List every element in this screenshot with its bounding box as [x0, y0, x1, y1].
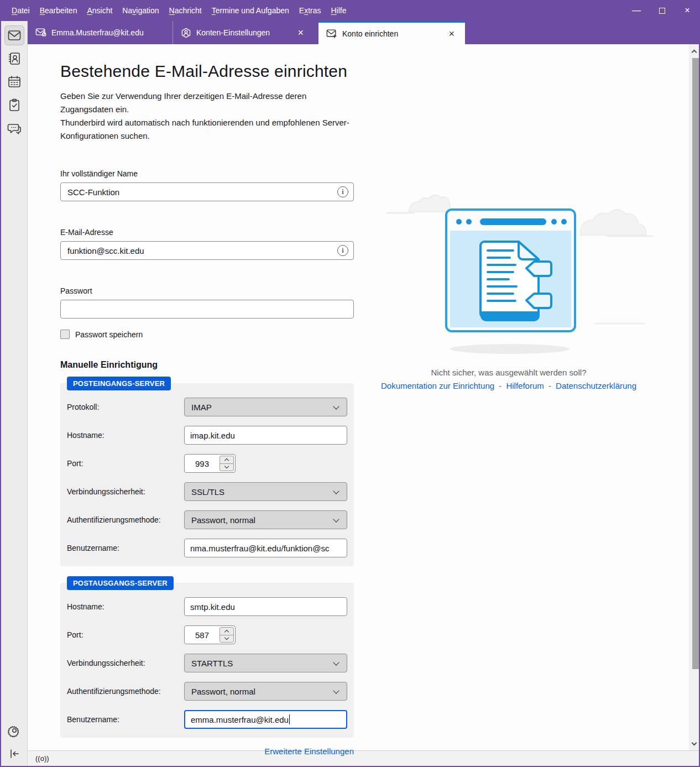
help-links: Dokumentation zur Einrichtung - Hilfefor… [337, 381, 680, 390]
sidebar-item-mail[interactable] [4, 25, 24, 45]
chat-icon [7, 121, 22, 135]
mail-plus-icon [326, 29, 337, 39]
sidebar-item-calendar[interactable] [4, 72, 24, 92]
tasks-icon [7, 98, 22, 112]
port-stepper[interactable] [220, 627, 234, 643]
tab-mail-account[interactable]: Emma.Musterfrau@kit.edu [28, 21, 173, 44]
sidebar-item-chat[interactable] [4, 118, 24, 138]
menu-ansicht[interactable]: Ansicht [82, 4, 117, 17]
incoming-security-select[interactable]: SSL/TLS [184, 482, 347, 501]
tab-label: Konto einrichten [342, 29, 398, 38]
username-label: Benutzername: [67, 544, 184, 552]
minimize-button[interactable]: — [624, 0, 649, 21]
password-input[interactable] [60, 300, 354, 319]
menu-hilfe[interactable]: Hilfe [326, 4, 351, 17]
collapse-sidebar-icon [8, 747, 21, 760]
mail-icon [7, 28, 22, 43]
sidebar-item-addressbook[interactable] [4, 49, 24, 69]
network-status-icon: ((o)) [35, 754, 49, 763]
menu-nachricht[interactable]: Nachricht [164, 4, 207, 17]
fullname-label: Ihr vollständiger Name [60, 169, 354, 178]
fullname-input[interactable]: SCC-Funktion [60, 182, 354, 201]
scrollbar-thumb[interactable] [692, 58, 699, 669]
tab-account-setup[interactable]: Konto einrichten × [318, 21, 465, 44]
scroll-up-button[interactable] [689, 44, 699, 58]
chevron-down-icon [333, 659, 339, 665]
email-label: E-Mail-Adresse [60, 228, 354, 237]
auth-label: Authentifizierungsmethode: [67, 687, 184, 696]
chevron-down-icon [333, 516, 339, 522]
window-controls: — × [624, 0, 700, 21]
email-input[interactable]: funktion@scc.kit.edu [60, 241, 354, 260]
manual-setup-heading: Manuelle Einrichtigung [60, 360, 354, 370]
chevron-down-icon [333, 488, 339, 494]
save-password-checkbox[interactable] [60, 330, 70, 339]
menu-bar: Datei Bearbeiten Ansicht Navigation Nach… [0, 0, 700, 21]
tab-close-icon[interactable]: × [446, 28, 457, 40]
port-label: Port: [67, 459, 184, 468]
port-stepper[interactable] [220, 456, 234, 471]
gear-icon [7, 723, 22, 738]
incoming-port-input[interactable]: 993 [184, 454, 236, 473]
incoming-server-badge: POSTEINGANGS-SERVER [67, 377, 171, 390]
hostname-label: Hostname: [67, 602, 184, 611]
menu-navigation[interactable]: Navigation [117, 4, 164, 17]
outgoing-security-select[interactable]: STARTTLS [184, 654, 347, 672]
maximize-button[interactable] [649, 0, 675, 21]
username-label: Benutzername: [67, 715, 184, 724]
incoming-hostname-input[interactable]: imap.kit.edu [184, 426, 347, 445]
document-window-illustration [343, 185, 675, 358]
vertical-scrollbar[interactable] [689, 44, 699, 750]
setup-illustration-area: Nicht sicher, was ausgewählt werden soll… [337, 185, 680, 390]
incoming-server-panel: POSTEINGANGS-SERVER Protokoll: IMAP Host… [60, 383, 354, 566]
incoming-auth-select[interactable]: Passwort, normal [184, 510, 347, 529]
tab-label: Konten-Einstellungen [196, 28, 270, 37]
tab-account-settings[interactable]: Konten-Einstellungen × [173, 21, 314, 44]
close-window-button[interactable]: × [675, 0, 700, 21]
protocol-label: Protokoll: [67, 403, 184, 411]
auth-label: Authentifizierungsmethode: [67, 515, 184, 524]
menu-extras[interactable]: Extras [294, 4, 326, 17]
hostname-label: Hostname: [67, 431, 184, 440]
calendar-icon [7, 75, 22, 89]
outgoing-auth-select[interactable]: Passwort, normal [184, 682, 347, 701]
sidebar-collapse-button[interactable] [4, 744, 24, 764]
tab-bar: Emma.Musterfrau@kit.edu Konten-Einstellu… [28, 21, 699, 44]
incoming-protocol-select[interactable]: IMAP [184, 398, 347, 416]
help-question: Nicht sicher, was ausgewählt werden soll… [337, 368, 680, 377]
account-settings-icon [181, 28, 191, 38]
page-subtitle: Geben Sie zur Verwendung Ihrer derzeitig… [60, 90, 354, 143]
scroll-down-button[interactable] [689, 737, 699, 750]
tab-label: Emma.Musterfrau@kit.edu [51, 28, 144, 37]
page-title: Bestehende E-Mail-Adresse einrichten [60, 62, 354, 81]
security-label: Verbindungssicherheit: [67, 659, 184, 667]
chevron-down-icon [691, 740, 697, 745]
mail-lock-icon [35, 28, 46, 38]
account-setup-page: Bestehende E-Mail-Adresse einrichten Geb… [28, 44, 689, 750]
text-caret [289, 714, 290, 724]
chevron-down-icon [333, 687, 339, 693]
maximize-icon [659, 8, 665, 14]
privacy-policy-link[interactable]: Datenschutzerklärung [556, 381, 636, 390]
chevron-up-icon [224, 630, 229, 634]
password-label: Passwort [60, 286, 354, 295]
sidebar-settings-button[interactable] [4, 721, 24, 740]
sidebar-item-tasks[interactable] [4, 95, 24, 115]
incoming-username-input[interactable]: nma.musterfrau@kit.edu/funktion@sc [184, 539, 347, 557]
menu-termine-und-aufgaben[interactable]: Termine und Aufgaben [207, 4, 294, 17]
menu-bearbeiten[interactable]: Bearbeiten [35, 4, 82, 17]
chevron-down-icon [333, 403, 339, 409]
outgoing-username-input[interactable]: emma.musterfrau@kit.edu [184, 710, 347, 729]
chevron-down-icon [224, 635, 229, 640]
outgoing-server-badge: POSTAUSGANGS-SERVER [67, 576, 174, 590]
thunderbird-window: Datei Bearbeiten Ansicht Navigation Nach… [0, 0, 700, 767]
security-label: Verbindungssicherheit: [67, 487, 184, 496]
advanced-settings-link[interactable]: Erweiterte Einstellungen [264, 747, 354, 756]
outgoing-hostname-input[interactable]: smtp.kit.edu [184, 597, 347, 616]
outgoing-port-input[interactable]: 587 [184, 625, 236, 644]
tab-close-icon[interactable]: × [295, 27, 306, 39]
menu-datei[interactable]: Datei [7, 4, 35, 17]
documentation-link[interactable]: Dokumentation zur Einrichtung [381, 381, 494, 390]
chevron-down-icon [224, 464, 229, 468]
help-forum-link[interactable]: Hilfeforum [506, 381, 544, 390]
